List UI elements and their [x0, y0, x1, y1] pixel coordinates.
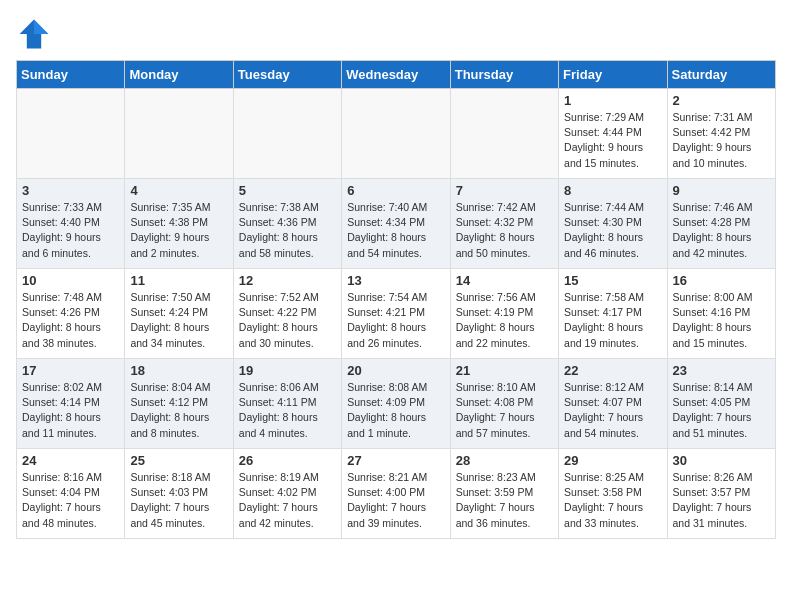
day-number: 9: [673, 183, 770, 198]
day-info: Sunrise: 7:31 AM Sunset: 4:42 PM Dayligh…: [673, 110, 770, 171]
day-cell: 3Sunrise: 7:33 AM Sunset: 4:40 PM Daylig…: [17, 179, 125, 269]
day-number: 30: [673, 453, 770, 468]
day-number: 23: [673, 363, 770, 378]
day-info: Sunrise: 7:48 AM Sunset: 4:26 PM Dayligh…: [22, 290, 119, 351]
day-number: 13: [347, 273, 444, 288]
day-number: 14: [456, 273, 553, 288]
day-number: 5: [239, 183, 336, 198]
weekday-sunday: Sunday: [17, 61, 125, 89]
day-cell: 28Sunrise: 8:23 AM Sunset: 3:59 PM Dayli…: [450, 449, 558, 539]
day-number: 21: [456, 363, 553, 378]
weekday-saturday: Saturday: [667, 61, 775, 89]
day-cell: 10Sunrise: 7:48 AM Sunset: 4:26 PM Dayli…: [17, 269, 125, 359]
day-number: 28: [456, 453, 553, 468]
day-cell: 25Sunrise: 8:18 AM Sunset: 4:03 PM Dayli…: [125, 449, 233, 539]
day-cell: [233, 89, 341, 179]
day-cell: 1Sunrise: 7:29 AM Sunset: 4:44 PM Daylig…: [559, 89, 667, 179]
day-cell: 12Sunrise: 7:52 AM Sunset: 4:22 PM Dayli…: [233, 269, 341, 359]
day-number: 20: [347, 363, 444, 378]
day-cell: 17Sunrise: 8:02 AM Sunset: 4:14 PM Dayli…: [17, 359, 125, 449]
day-cell: 15Sunrise: 7:58 AM Sunset: 4:17 PM Dayli…: [559, 269, 667, 359]
day-cell: [450, 89, 558, 179]
day-info: Sunrise: 7:40 AM Sunset: 4:34 PM Dayligh…: [347, 200, 444, 261]
day-cell: 5Sunrise: 7:38 AM Sunset: 4:36 PM Daylig…: [233, 179, 341, 269]
week-row-1: 3Sunrise: 7:33 AM Sunset: 4:40 PM Daylig…: [17, 179, 776, 269]
week-row-0: 1Sunrise: 7:29 AM Sunset: 4:44 PM Daylig…: [17, 89, 776, 179]
day-cell: 14Sunrise: 7:56 AM Sunset: 4:19 PM Dayli…: [450, 269, 558, 359]
weekday-friday: Friday: [559, 61, 667, 89]
day-cell: 29Sunrise: 8:25 AM Sunset: 3:58 PM Dayli…: [559, 449, 667, 539]
weekday-header-row: SundayMondayTuesdayWednesdayThursdayFrid…: [17, 61, 776, 89]
day-info: Sunrise: 7:38 AM Sunset: 4:36 PM Dayligh…: [239, 200, 336, 261]
day-number: 11: [130, 273, 227, 288]
day-number: 16: [673, 273, 770, 288]
week-row-4: 24Sunrise: 8:16 AM Sunset: 4:04 PM Dayli…: [17, 449, 776, 539]
day-number: 27: [347, 453, 444, 468]
day-number: 24: [22, 453, 119, 468]
day-info: Sunrise: 7:29 AM Sunset: 4:44 PM Dayligh…: [564, 110, 661, 171]
day-cell: 26Sunrise: 8:19 AM Sunset: 4:02 PM Dayli…: [233, 449, 341, 539]
weekday-wednesday: Wednesday: [342, 61, 450, 89]
day-info: Sunrise: 7:52 AM Sunset: 4:22 PM Dayligh…: [239, 290, 336, 351]
day-cell: 4Sunrise: 7:35 AM Sunset: 4:38 PM Daylig…: [125, 179, 233, 269]
day-cell: 30Sunrise: 8:26 AM Sunset: 3:57 PM Dayli…: [667, 449, 775, 539]
day-cell: [17, 89, 125, 179]
day-info: Sunrise: 8:00 AM Sunset: 4:16 PM Dayligh…: [673, 290, 770, 351]
day-info: Sunrise: 8:26 AM Sunset: 3:57 PM Dayligh…: [673, 470, 770, 531]
day-cell: 13Sunrise: 7:54 AM Sunset: 4:21 PM Dayli…: [342, 269, 450, 359]
day-number: 7: [456, 183, 553, 198]
day-number: 29: [564, 453, 661, 468]
day-info: Sunrise: 7:54 AM Sunset: 4:21 PM Dayligh…: [347, 290, 444, 351]
day-info: Sunrise: 8:08 AM Sunset: 4:09 PM Dayligh…: [347, 380, 444, 441]
day-info: Sunrise: 7:44 AM Sunset: 4:30 PM Dayligh…: [564, 200, 661, 261]
day-info: Sunrise: 8:12 AM Sunset: 4:07 PM Dayligh…: [564, 380, 661, 441]
calendar: SundayMondayTuesdayWednesdayThursdayFrid…: [16, 60, 776, 539]
day-info: Sunrise: 7:46 AM Sunset: 4:28 PM Dayligh…: [673, 200, 770, 261]
day-cell: 18Sunrise: 8:04 AM Sunset: 4:12 PM Dayli…: [125, 359, 233, 449]
day-cell: [125, 89, 233, 179]
weekday-thursday: Thursday: [450, 61, 558, 89]
day-cell: [342, 89, 450, 179]
logo: [16, 16, 56, 52]
day-number: 10: [22, 273, 119, 288]
day-info: Sunrise: 8:25 AM Sunset: 3:58 PM Dayligh…: [564, 470, 661, 531]
day-cell: 23Sunrise: 8:14 AM Sunset: 4:05 PM Dayli…: [667, 359, 775, 449]
day-info: Sunrise: 7:56 AM Sunset: 4:19 PM Dayligh…: [456, 290, 553, 351]
day-cell: 6Sunrise: 7:40 AM Sunset: 4:34 PM Daylig…: [342, 179, 450, 269]
svg-marker-1: [34, 20, 48, 34]
day-info: Sunrise: 8:02 AM Sunset: 4:14 PM Dayligh…: [22, 380, 119, 441]
day-info: Sunrise: 8:04 AM Sunset: 4:12 PM Dayligh…: [130, 380, 227, 441]
day-cell: 27Sunrise: 8:21 AM Sunset: 4:00 PM Dayli…: [342, 449, 450, 539]
day-number: 17: [22, 363, 119, 378]
day-cell: 9Sunrise: 7:46 AM Sunset: 4:28 PM Daylig…: [667, 179, 775, 269]
day-info: Sunrise: 8:23 AM Sunset: 3:59 PM Dayligh…: [456, 470, 553, 531]
day-number: 8: [564, 183, 661, 198]
page-header: [16, 16, 776, 52]
day-info: Sunrise: 8:19 AM Sunset: 4:02 PM Dayligh…: [239, 470, 336, 531]
day-cell: 22Sunrise: 8:12 AM Sunset: 4:07 PM Dayli…: [559, 359, 667, 449]
day-info: Sunrise: 8:21 AM Sunset: 4:00 PM Dayligh…: [347, 470, 444, 531]
day-info: Sunrise: 8:18 AM Sunset: 4:03 PM Dayligh…: [130, 470, 227, 531]
day-number: 26: [239, 453, 336, 468]
day-number: 1: [564, 93, 661, 108]
logo-icon: [16, 16, 52, 52]
day-cell: 24Sunrise: 8:16 AM Sunset: 4:04 PM Dayli…: [17, 449, 125, 539]
day-cell: 16Sunrise: 8:00 AM Sunset: 4:16 PM Dayli…: [667, 269, 775, 359]
day-number: 3: [22, 183, 119, 198]
day-info: Sunrise: 7:58 AM Sunset: 4:17 PM Dayligh…: [564, 290, 661, 351]
day-info: Sunrise: 8:06 AM Sunset: 4:11 PM Dayligh…: [239, 380, 336, 441]
weekday-monday: Monday: [125, 61, 233, 89]
day-info: Sunrise: 8:16 AM Sunset: 4:04 PM Dayligh…: [22, 470, 119, 531]
weekday-tuesday: Tuesday: [233, 61, 341, 89]
day-cell: 21Sunrise: 8:10 AM Sunset: 4:08 PM Dayli…: [450, 359, 558, 449]
day-info: Sunrise: 8:14 AM Sunset: 4:05 PM Dayligh…: [673, 380, 770, 441]
day-number: 4: [130, 183, 227, 198]
day-info: Sunrise: 7:42 AM Sunset: 4:32 PM Dayligh…: [456, 200, 553, 261]
day-number: 18: [130, 363, 227, 378]
day-number: 25: [130, 453, 227, 468]
week-row-2: 10Sunrise: 7:48 AM Sunset: 4:26 PM Dayli…: [17, 269, 776, 359]
day-info: Sunrise: 8:10 AM Sunset: 4:08 PM Dayligh…: [456, 380, 553, 441]
day-info: Sunrise: 7:33 AM Sunset: 4:40 PM Dayligh…: [22, 200, 119, 261]
day-cell: 2Sunrise: 7:31 AM Sunset: 4:42 PM Daylig…: [667, 89, 775, 179]
day-cell: 8Sunrise: 7:44 AM Sunset: 4:30 PM Daylig…: [559, 179, 667, 269]
